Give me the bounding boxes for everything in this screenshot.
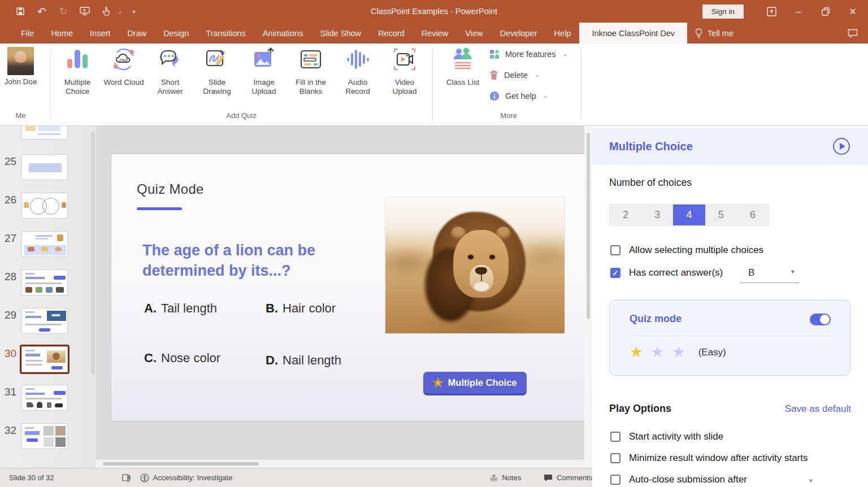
tab-home[interactable]: Home	[42, 23, 81, 44]
auto-close-checkbox[interactable]	[610, 475, 620, 485]
tab-review[interactable]: Review	[413, 23, 457, 44]
group-label-me: Me	[0, 111, 41, 120]
group-label-add-quiz: Add Quiz	[54, 111, 428, 120]
choice-3[interactable]: 3	[641, 205, 673, 225]
star-filled-icon[interactable]: ★	[630, 345, 643, 360]
more-features-icon	[489, 49, 500, 59]
allow-multiple-choices-row[interactable]: Allow selecting multiple choices	[610, 245, 763, 256]
quick-access-toolbar: ↶ ↻ ⌄ ▾	[12, 4, 135, 19]
chevron-down-icon: ⌄	[543, 92, 548, 99]
slide-canvas[interactable]: Quiz Mode The age of a lion can be deter…	[111, 154, 584, 421]
save-as-default-link[interactable]: Save as default	[785, 403, 851, 415]
short-answer-button[interactable]: Short Answer	[147, 46, 193, 110]
comments-toggle-icon[interactable]	[837, 23, 868, 44]
slide-thumbnail-panel: 25 26 27 28	[0, 126, 96, 468]
tab-inknoe-classpoint-dev[interactable]: Inknoe ClassPoint Dev	[579, 23, 687, 44]
star-icon: ★	[433, 376, 443, 389]
customize-qat-icon[interactable]: ▾	[132, 8, 135, 15]
tab-animations[interactable]: Animations	[254, 23, 312, 44]
group-label-more: More	[435, 111, 582, 120]
info-icon	[489, 91, 500, 101]
tab-file[interactable]: File	[12, 23, 42, 44]
horizontal-scrollbar[interactable]	[96, 459, 584, 468]
star-empty-icon[interactable]: ★	[671, 345, 685, 360]
has-correct-checkbox[interactable]: ✓	[610, 268, 620, 278]
fill-in-the-blanks-button[interactable]: Fill in the Blanks	[288, 46, 334, 110]
tab-view[interactable]: View	[457, 23, 491, 44]
multiple-choice-icon	[64, 46, 90, 72]
tab-insert[interactable]: Insert	[81, 23, 119, 44]
allow-multiple-checkbox[interactable]	[610, 245, 620, 255]
tell-me[interactable]: Tell me	[687, 23, 741, 44]
classpoint-panel: Multiple Choice Number of choices 2 3 4 …	[592, 126, 868, 487]
multiple-choice-button[interactable]: Multiple Choice	[54, 46, 101, 110]
tab-developer[interactable]: Developer	[491, 23, 545, 44]
vertical-scrollbar[interactable]	[584, 126, 592, 487]
more-features-item[interactable]: More features ⌄	[489, 47, 580, 61]
auto-close-dropdown-arrow-icon[interactable]: ▾	[809, 476, 813, 485]
choice-4-selected[interactable]: 4	[673, 205, 705, 225]
get-help-item[interactable]: Get help ⌄	[489, 89, 580, 103]
slide-drawing-button[interactable]: Slide Drawing	[194, 46, 240, 110]
video-upload-button[interactable]: Video Upload	[381, 46, 428, 110]
class-list-button[interactable]: Class List	[440, 46, 486, 110]
fill-in-the-blanks-icon	[298, 46, 324, 72]
accessibility-status[interactable]: Accessibility: Investigate	[140, 473, 233, 482]
touch-mode-chevron-icon[interactable]: ⌄	[118, 8, 122, 15]
slide-question: The age of a lion can be determined by i…	[142, 240, 315, 281]
thumbnail-scrollbar[interactable]	[91, 132, 95, 375]
audio-record-button[interactable]: Audio Record	[335, 46, 381, 110]
word-cloud-button[interactable]: Word Cloud	[101, 46, 147, 110]
tab-draw[interactable]: Draw	[119, 23, 155, 44]
slide-multiple-choice-button[interactable]: ★ Multiple Choice	[423, 372, 527, 395]
correct-answer-dropdown[interactable]: B ▾	[740, 266, 799, 283]
tab-help[interactable]: Help	[546, 23, 580, 44]
comment-icon	[544, 474, 553, 482]
redo-icon[interactable]: ↻	[55, 4, 71, 19]
comments-toggle[interactable]: Comments	[544, 473, 592, 482]
video-upload-icon	[392, 46, 418, 72]
restore-button[interactable]	[816, 3, 835, 19]
spell-check-icon[interactable]	[122, 473, 131, 482]
start-slideshow-icon[interactable]	[77, 4, 93, 19]
play-options-title: Play Options	[609, 403, 671, 415]
tab-transitions[interactable]: Transitions	[197, 23, 254, 44]
minimize-result-checkbox[interactable]	[610, 453, 620, 463]
notes-toggle[interactable]: Notes	[490, 473, 521, 482]
has-correct-answer-row[interactable]: ✓ Has correct answer(s)	[610, 267, 723, 279]
ribbon-display-options-icon[interactable]	[762, 3, 781, 19]
close-button[interactable]: ✕	[843, 3, 862, 19]
answer-d: D.Nail length	[266, 353, 341, 368]
minimize-button[interactable]: –	[789, 3, 808, 19]
tab-record[interactable]: Record	[370, 23, 413, 44]
undo-icon[interactable]: ↶	[34, 4, 50, 19]
chevron-down-icon: ⌄	[562, 50, 567, 58]
tab-slide-show[interactable]: Slide Show	[311, 23, 370, 44]
delete-icon	[489, 70, 498, 80]
start-activity-checkbox[interactable]	[610, 432, 620, 442]
star-empty-icon[interactable]: ★	[650, 345, 664, 360]
image-upload-button[interactable]: Image Upload	[241, 46, 287, 110]
slide-editor-area: Quiz Mode The age of a lion can be deter…	[96, 126, 584, 459]
choice-2[interactable]: 2	[610, 205, 641, 225]
answer-a: A.Tail length	[144, 301, 217, 316]
panel-title: Multiple Choice	[609, 140, 693, 153]
tab-design[interactable]: Design	[155, 23, 197, 44]
sign-in-button[interactable]: Sign in	[702, 5, 744, 19]
save-icon[interactable]	[12, 4, 28, 19]
panel-header: Multiple Choice	[592, 128, 868, 165]
minimize-result-row[interactable]: Minimize result window after activity st…	[610, 453, 808, 464]
choice-6[interactable]: 6	[737, 205, 769, 225]
play-activity-button[interactable]	[833, 138, 850, 155]
choice-5[interactable]: 5	[705, 205, 737, 225]
user-name: John Doe	[0, 77, 41, 86]
delete-item[interactable]: Delete ⌄	[489, 68, 580, 82]
user-avatar[interactable]	[7, 47, 34, 75]
slide-drawing-icon	[204, 46, 230, 72]
status-bar: Slide 30 of 32 Accessibility: Investigat…	[0, 468, 592, 487]
auto-close-row[interactable]: Auto-close submission after	[610, 474, 747, 485]
touch-mouse-mode-icon[interactable]	[98, 4, 114, 19]
start-activity-row[interactable]: Start activity with slide	[610, 431, 723, 442]
quiz-mode-toggle[interactable]	[810, 314, 831, 325]
number-of-choices-label: Number of choices	[609, 177, 692, 189]
